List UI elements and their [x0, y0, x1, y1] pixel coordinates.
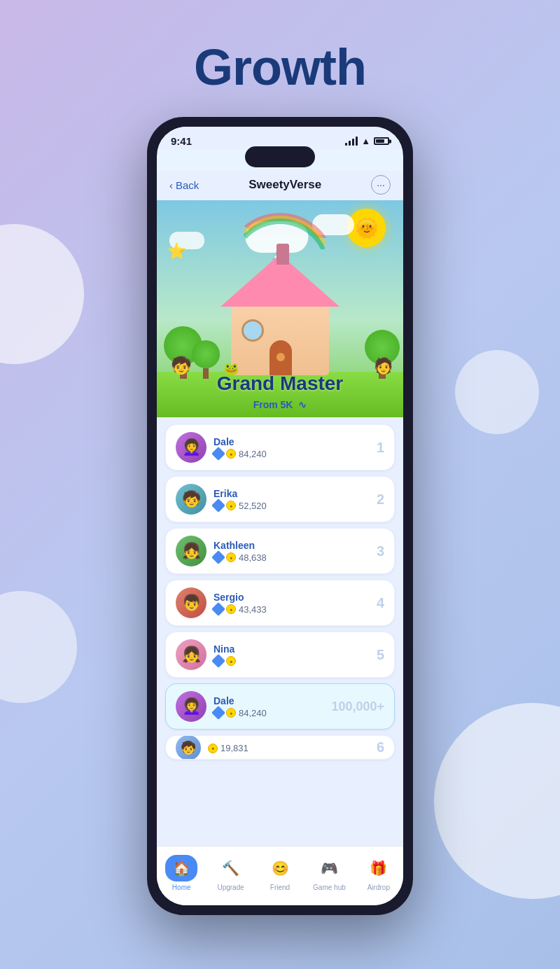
player-score-row: ● 48,638 — [214, 552, 360, 563]
house-window — [241, 319, 264, 342]
player-name: Sergio — [214, 592, 360, 603]
back-label: Back — [176, 179, 199, 191]
nav-home-label: Home — [172, 884, 191, 891]
coin-icon: ● — [226, 604, 236, 614]
diamond-icon — [211, 447, 225, 461]
player-info: Erika ● 52,520 — [214, 488, 360, 511]
player-score-row: ● 52,520 — [214, 501, 360, 511]
nav-friend-label: Friend — [270, 884, 290, 891]
back-chevron-icon: ‹ — [169, 179, 173, 191]
nav-gamehub-label: Game hub — [313, 884, 346, 891]
rank-number: 5 — [368, 647, 384, 663]
diamond-icon — [211, 602, 225, 616]
phone-screen: 9:41 ▲ ‹ Back SweetyVers — [157, 127, 403, 905]
leaderboard-row[interactable]: 👩‍🦱 Dale ● 84,240 1 — [165, 424, 395, 470]
nav-item-gamehub[interactable]: 🎮 Game hub — [304, 852, 354, 894]
avatar: 🧒 — [176, 735, 201, 760]
leaderboard-row[interactable]: 👧 Nina ● 5 — [165, 632, 395, 678]
coin-icon: ● — [226, 656, 236, 666]
player-info: Kathleen ● 48,638 — [214, 540, 360, 563]
player-score: 52,520 — [239, 501, 267, 511]
back-button[interactable]: ‹ Back — [169, 179, 199, 191]
player-score-row: ● 84,240 — [214, 708, 324, 718]
player-score: 84,240 — [239, 449, 267, 459]
rank-number: 6 — [368, 739, 384, 755]
friend-icon-wrap: 😊 — [264, 855, 296, 881]
dynamic-island — [245, 146, 315, 167]
more-button[interactable]: ··· — [371, 175, 391, 195]
diamond-icon — [211, 706, 225, 720]
home-icon: 🏠 — [173, 860, 190, 877]
nav-airdrop-label: Airdrop — [368, 884, 390, 891]
rank-number: 1 — [368, 440, 384, 456]
player-score-row: ● 84,240 — [214, 449, 360, 459]
from-text: From 5K ∿ — [157, 399, 403, 410]
nav-item-upgrade[interactable]: 🔨 Upgrade — [206, 852, 255, 894]
phone-frame: 9:41 ▲ ‹ Back SweetyVers — [147, 117, 413, 915]
friend-icon: 😊 — [272, 860, 289, 877]
coin-icon: ● — [226, 552, 236, 562]
leaderboard-list[interactable]: 👩‍🦱 Dale ● 84,240 1 🧒 Er — [157, 417, 403, 846]
star-icon: ⭐ — [167, 242, 186, 260]
page-title: Growth — [194, 39, 366, 96]
more-icon: ··· — [377, 179, 385, 190]
coin-icon: ● — [226, 708, 236, 718]
player-score: 43,433 — [239, 604, 267, 615]
player-name: Dale — [214, 436, 360, 447]
player-name: Kathleen — [214, 540, 360, 551]
signal-icon — [345, 137, 358, 146]
avatar: 👧 — [176, 639, 206, 670]
leaderboard-row-partial[interactable]: 🧒 ● 19,831 6 — [165, 735, 395, 760]
home-icon-wrap: 🏠 — [165, 855, 197, 881]
bg-blob-bottomright — [434, 703, 560, 899]
leaderboard-row[interactable]: 🧒 Erika ● 52,520 2 — [165, 476, 395, 522]
rank-number: 3 — [368, 543, 384, 559]
player-info: Sergio ● 43,433 — [214, 592, 360, 615]
diamond-icon — [211, 654, 225, 668]
player-score: 84,240 — [239, 708, 267, 718]
avatar: 👩‍🦱 — [176, 691, 206, 722]
gamehub-icon-wrap: 🎮 — [313, 855, 345, 881]
avatar: 👩‍🦱 — [176, 432, 206, 463]
diamond-icon — [211, 550, 225, 564]
coin-icon: ● — [226, 449, 236, 459]
player-name: Dale — [214, 695, 324, 706]
gamehub-icon: 🎮 — [321, 860, 338, 877]
nav-title: SweetyVerse — [248, 178, 321, 192]
diamond-icon — [211, 499, 225, 513]
airdrop-icon-wrap: 🎁 — [363, 855, 395, 881]
hero-area: 🌞 ⭐ — [157, 200, 403, 417]
status-time: 9:41 — [171, 135, 192, 147]
coin-icon: ● — [208, 744, 218, 753]
house-door — [270, 340, 292, 375]
nav-item-airdrop[interactable]: 🎁 Airdrop — [354, 852, 403, 894]
leaderboard-row[interactable]: 👦 Sergio ● 43,433 4 — [165, 580, 395, 626]
bg-blob-bottomleft — [0, 591, 77, 703]
rank-number: 4 — [368, 595, 384, 611]
rank-number: 2 — [368, 492, 384, 508]
nav-item-friend[interactable]: 😊 Friend — [255, 852, 304, 894]
upgrade-icon-wrap: 🔨 — [215, 855, 247, 881]
player-info: Dale ● 84,240 — [214, 695, 324, 718]
player-info: Nina ● — [214, 643, 360, 666]
coin-icon: ● — [226, 501, 236, 510]
avatar: 🧒 — [176, 484, 206, 515]
bg-blob-topleft — [0, 224, 84, 364]
player-score-row: ● — [214, 656, 360, 666]
status-icons: ▲ — [345, 136, 389, 146]
nav-item-home[interactable]: 🏠 Home — [157, 852, 206, 894]
leaderboard-row[interactable]: 👧 Kathleen ● 48,638 3 — [165, 528, 395, 574]
wifi-icon: ▲ — [361, 136, 370, 146]
player-info: Dale ● 84,240 — [214, 436, 360, 459]
bottom-nav: 🏠 Home 🔨 Upgrade 😊 Friend 🎮 — [157, 846, 403, 905]
player-score: 48,638 — [239, 552, 267, 563]
player-score-row: ● 43,433 — [214, 604, 360, 615]
nav-upgrade-label: Upgrade — [217, 884, 244, 891]
rank-title: Grand Master — [157, 372, 403, 395]
avatar: 👦 — [176, 587, 206, 618]
avatar: 👧 — [176, 536, 206, 566]
leaderboard-row-highlighted[interactable]: 👩‍🦱 Dale ● 84,240 100,000+ — [165, 683, 395, 730]
big-score: 100,000+ — [331, 699, 384, 714]
player-score: 19,831 — [220, 743, 248, 753]
player-name: Erika — [214, 488, 360, 499]
